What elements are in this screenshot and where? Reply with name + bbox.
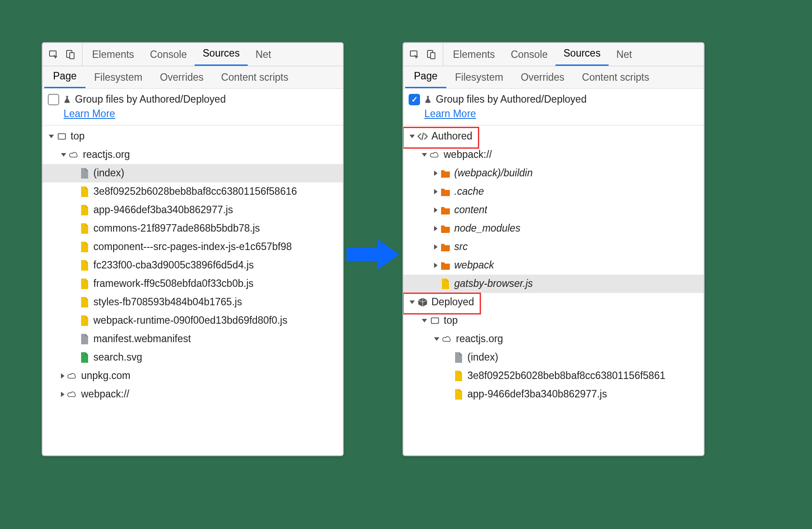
tab-elements[interactable]: Elements: [445, 43, 503, 66]
tree-node[interactable]: unpkg.com: [43, 367, 343, 385]
chevron-right-icon[interactable]: [434, 244, 438, 250]
tree-node[interactable]: app-9466def3ba340b862977.js: [43, 201, 343, 219]
tree-node[interactable]: 3e8f09252b6028beb8baf8cc63801156f58616: [43, 182, 343, 201]
tree-node[interactable]: reactjs.org: [403, 330, 704, 348]
tree-label: manifest.webmanifest: [93, 333, 191, 345]
tree-node[interactable]: reactjs.org: [43, 146, 343, 164]
tree-node[interactable]: app-9466def3ba340b862977.js: [403, 385, 704, 404]
tree-node[interactable]: top: [403, 311, 704, 330]
chevron-down-icon[interactable]: [410, 300, 415, 304]
chevron-right-icon[interactable]: [434, 189, 438, 194]
tree-label: styles-fb708593b484b04b1765.js: [93, 296, 242, 308]
tree-label: webpack-runtime-090f00ed13bd69fd80f0.js: [93, 315, 287, 326]
tree-node[interactable]: component---src-pages-index-js-e1c657bf9…: [43, 238, 343, 256]
device-toggle-icon[interactable]: [65, 49, 76, 60]
tree-node[interactable]: (webpack)/buildin: [403, 164, 704, 182]
inspect-icon[interactable]: [410, 49, 420, 60]
cloud-icon: [67, 389, 78, 400]
chevron-right-icon[interactable]: [434, 263, 438, 268]
doc-yellow-icon: [79, 315, 90, 326]
chevron-down-icon[interactable]: [422, 319, 427, 322]
chevron-down-icon[interactable]: [410, 135, 415, 138]
tree-node[interactable]: webpack-runtime-090f00ed13bd69fd80f0.js: [43, 311, 343, 330]
subtab-overrides[interactable]: Overrides: [512, 66, 573, 88]
tree-node[interactable]: .cache: [403, 182, 704, 201]
devtools-toolbar-icons: [403, 43, 443, 66]
file-tree: Authoredwebpack://(webpack)/buildin.cach…: [403, 125, 704, 405]
tree-node[interactable]: webpack://: [403, 146, 704, 164]
tree-node[interactable]: styles-fb708593b484b04b1765.js: [43, 293, 343, 311]
chevron-down-icon[interactable]: [422, 153, 427, 157]
svg-rect-6: [431, 53, 435, 59]
tree-node[interactable]: fc233f00-cba3d9005c3896f6d5d4.js: [43, 256, 343, 275]
tab-net[interactable]: Net: [248, 43, 279, 66]
tree-label: reactjs.org: [456, 333, 503, 345]
inspect-icon[interactable]: [49, 49, 59, 60]
doc-yellow-icon: [440, 279, 451, 289]
tree-node[interactable]: Authored: [403, 127, 704, 146]
tree-node[interactable]: commons-21f8977ade868b5bdb78.js: [43, 219, 343, 238]
svg-rect-0: [50, 51, 56, 56]
tree-node[interactable]: content: [403, 201, 704, 219]
group-checkbox[interactable]: [48, 94, 59, 105]
group-option[interactable]: ✓ Group files by Authored/Deployed: [409, 92, 698, 107]
tree-node[interactable]: node_modules: [403, 219, 704, 238]
tree-node[interactable]: framework-ff9c508ebfda0f33cb0b.js: [43, 275, 343, 293]
folder-icon: [440, 223, 451, 234]
tab-net[interactable]: Net: [609, 43, 640, 66]
tree-label: top: [71, 130, 85, 142]
group-label: Group files by Authored/Deployed: [75, 92, 226, 107]
subtab-page[interactable]: Page: [44, 66, 85, 88]
svg-rect-2: [70, 53, 74, 59]
chevron-down-icon[interactable]: [61, 153, 66, 157]
group-option[interactable]: Group files by Authored/Deployed: [48, 92, 338, 107]
tree-node[interactable]: manifest.webmanifest: [43, 330, 343, 348]
tree-node[interactable]: search.svg: [43, 348, 343, 367]
tab-sources[interactable]: Sources: [195, 43, 247, 66]
tree-node[interactable]: (index): [43, 164, 343, 182]
doc-green-icon: [79, 352, 90, 363]
tab-sources[interactable]: Sources: [556, 43, 608, 66]
chevron-right-icon[interactable]: [434, 207, 438, 213]
subtab-filesystem[interactable]: Filesystem: [85, 66, 151, 88]
subtab-content-scripts[interactable]: Content scripts: [573, 66, 658, 88]
chevron-right-icon[interactable]: [434, 171, 438, 176]
chevron-down-icon[interactable]: [434, 337, 439, 341]
tab-elements[interactable]: Elements: [84, 43, 142, 66]
tab-console[interactable]: Console: [142, 43, 195, 66]
tree-label: 3e8f09252b6028beb8baf8cc63801156f58616: [93, 186, 297, 197]
chevron-down-icon[interactable]: [49, 135, 54, 138]
doc-gray-icon: [79, 334, 90, 344]
tree-node[interactable]: gatsby-browser.js: [403, 275, 704, 293]
chevron-right-icon[interactable]: [434, 226, 438, 231]
learn-more-link[interactable]: Learn More: [424, 107, 476, 121]
chevron-right-icon[interactable]: [61, 392, 64, 397]
tree-node[interactable]: src: [403, 238, 704, 256]
tree-label: Authored: [431, 130, 472, 142]
tree-node[interactable]: top: [43, 127, 343, 146]
tree-label: fc233f00-cba3d9005c3896f6d5d4.js: [93, 259, 254, 271]
device-toggle-icon[interactable]: [426, 49, 437, 60]
chevron-right-icon[interactable]: [61, 373, 64, 379]
svg-rect-4: [410, 51, 417, 56]
tab-console[interactable]: Console: [503, 43, 556, 66]
cloud-icon: [430, 150, 440, 160]
devtools-panel-after: ElementsConsoleSourcesNet PageFilesystem…: [402, 42, 705, 456]
cube-icon: [417, 297, 428, 307]
learn-more-link[interactable]: Learn More: [64, 107, 115, 121]
subtab-page[interactable]: Page: [405, 66, 446, 88]
tree-node[interactable]: (index): [403, 348, 704, 367]
tree-node[interactable]: webpack: [403, 256, 704, 275]
tree-node[interactable]: Deployed: [403, 293, 704, 311]
group-checkbox[interactable]: ✓: [409, 94, 420, 105]
tree-node[interactable]: webpack://: [43, 385, 343, 404]
file-tree: topreactjs.org(index)3e8f09252b6028beb8b…: [43, 125, 343, 405]
folder-icon: [440, 260, 451, 271]
frame-icon: [430, 315, 440, 326]
sources-subtabs: PageFilesystemOverridesContent scripts: [43, 66, 343, 89]
devtools-top-tabstrip: ElementsConsoleSourcesNet: [403, 43, 704, 66]
subtab-overrides[interactable]: Overrides: [151, 66, 213, 88]
subtab-content-scripts[interactable]: Content scripts: [212, 66, 297, 88]
subtab-filesystem[interactable]: Filesystem: [446, 66, 512, 88]
tree-node[interactable]: 3e8f09252b6028beb8baf8cc63801156f5861: [403, 367, 704, 385]
